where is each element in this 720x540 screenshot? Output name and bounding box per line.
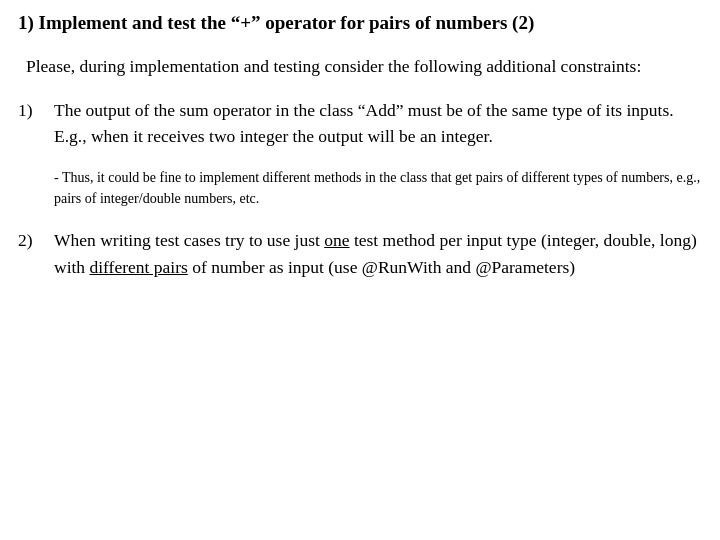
section-1: 1) The output of the sum operator in the… (18, 97, 702, 150)
title: 1) Implement and test the “+” operator f… (18, 10, 702, 37)
section-1-number: 1) (18, 97, 54, 150)
underline-one: one (324, 230, 349, 250)
section-2-number: 2) (18, 227, 54, 280)
underline-different-pairs: different pairs (90, 257, 188, 277)
intro-text: Please, during implementation and testin… (26, 53, 702, 79)
section-1-content: The output of the sum operator in the cl… (54, 97, 702, 150)
section-2: 2) When writing test cases try to use ju… (18, 227, 702, 280)
section-2-content: When writing test cases try to use just … (54, 227, 702, 280)
note-1: - Thus, it could be fine to implement di… (54, 167, 702, 209)
